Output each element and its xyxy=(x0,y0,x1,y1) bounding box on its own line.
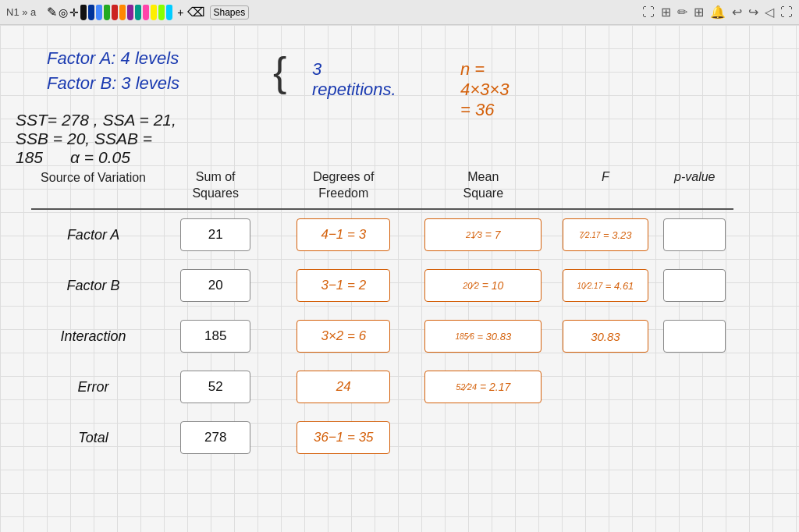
row-interaction-f: 30.83 xyxy=(555,320,655,353)
row-factor-b-label: Factor B xyxy=(31,278,155,294)
row-total: Total 278 36−1 = 35 xyxy=(31,413,733,463)
row-interaction-label: Interaction xyxy=(31,328,155,345)
interaction-mean-box[interactable]: 185⁄6 = 30.83 xyxy=(424,320,542,353)
total-sum-box[interactable]: 278 xyxy=(180,421,250,454)
error-df-box[interactable]: 24 xyxy=(297,371,390,403)
circle-icon[interactable]: ◎ xyxy=(59,6,68,19)
expand-icon[interactable]: ⛶ xyxy=(642,5,655,20)
row-interaction-df: 3×2 = 6 xyxy=(275,320,411,353)
pen-teal[interactable] xyxy=(135,5,141,20)
pen-pink[interactable] xyxy=(143,5,149,20)
header-sum-text: Sum ofSquares xyxy=(192,170,239,200)
fullscreen-icon[interactable]: ⛶ xyxy=(780,5,793,20)
pen-lime[interactable] xyxy=(158,5,165,20)
row-error-label: Error xyxy=(31,379,155,395)
pen-blue[interactable] xyxy=(96,5,102,20)
factor-b-label: Factor B: 3 levels xyxy=(47,73,179,94)
pen-red[interactable] xyxy=(112,5,118,20)
row-factor-b-f: 10⁄2.17 = 4.61 xyxy=(555,269,655,302)
brace-symbol: { xyxy=(273,51,286,92)
error-mean-box[interactable]: 52⁄24 = 2.17 xyxy=(424,371,542,403)
factor-b-pvalue-box[interactable] xyxy=(663,269,726,302)
row-factor-a: Factor A 21 4−1 = 3 21⁄3 = 7 7⁄2.17 = 3.… xyxy=(31,210,733,261)
row-factor-b-mean: 20⁄2 = 10 xyxy=(411,269,555,302)
interaction-sum-box[interactable]: 185 xyxy=(180,320,250,353)
pen-cyan[interactable] xyxy=(166,5,172,20)
toolbar-left: N1 » a xyxy=(6,6,36,18)
factor-a-df-box[interactable]: 4−1 = 3 xyxy=(297,218,390,251)
row-error: Error 52 24 52⁄24 = 2.17 xyxy=(31,362,733,413)
factor-b-sum-box[interactable]: 20 xyxy=(180,269,250,302)
row-interaction: Interaction 185 3×2 = 6 185⁄6 = 30.83 30… xyxy=(31,311,733,362)
row-factor-a-sum: 21 xyxy=(155,218,275,251)
header-mean: MeanSquare xyxy=(411,169,555,202)
header-df: Degrees ofFreedom xyxy=(275,169,411,202)
n-formula: n = 4×3×3 = 36 xyxy=(460,59,509,120)
toolbar: N1 » a ✎ ◎ ✛ + ⌫ Shapes ⛶ ⊞ ✏ ⊞ 🔔 ↩ ↪ ◁ … xyxy=(0,0,799,25)
notebook-label: N1 » a xyxy=(6,6,36,18)
factor-a-f-box[interactable]: 7⁄2.17 = 3.23 xyxy=(563,218,648,251)
row-factor-b-pvalue xyxy=(656,269,733,302)
undo-icon[interactable]: ↩ xyxy=(732,5,742,20)
factor-a-mean-box[interactable]: 21⁄3 = 7 xyxy=(424,218,542,251)
shapes-button[interactable]: Shapes xyxy=(210,5,250,20)
pencil-tool-icon[interactable]: ✏ xyxy=(677,5,687,20)
row-factor-a-df: 4−1 = 3 xyxy=(275,218,411,251)
interaction-f-box[interactable]: 30.83 xyxy=(563,320,648,353)
repetitions-label: 3 repetitions. xyxy=(312,59,396,100)
layout-icon[interactable]: ⊞ xyxy=(661,5,671,20)
total-df-box[interactable]: 36−1 = 35 xyxy=(297,421,390,454)
row-error-mean: 52⁄24 = 2.17 xyxy=(411,371,555,403)
interaction-df-box[interactable]: 3×2 = 6 xyxy=(297,320,390,353)
grid-icon[interactable]: ⊞ xyxy=(694,5,704,20)
factor-b-df-box[interactable]: 3−1 = 2 xyxy=(297,269,390,302)
factor-a-label: Factor A: 4 levels xyxy=(47,48,179,69)
ss-line: SST= 278 , SSA = 21, SSB = 20, SSAB = 18… xyxy=(16,111,179,167)
bell-icon[interactable]: 🔔 xyxy=(710,5,726,20)
pen-orange[interactable] xyxy=(119,5,126,20)
plus-icon[interactable]: ✛ xyxy=(69,6,79,19)
pen-icons: ✎ ◎ ✛ + ⌫ Shapes xyxy=(47,5,249,20)
row-interaction-sum: 185 xyxy=(155,320,275,353)
header-f: F xyxy=(555,169,655,202)
row-error-sum: 52 xyxy=(155,371,275,403)
pen-green[interactable] xyxy=(104,5,110,20)
factor-a-sum-box[interactable]: 21 xyxy=(180,218,250,251)
pen-yellow[interactable] xyxy=(151,5,157,20)
pen-darkblue[interactable] xyxy=(88,5,94,20)
eraser-icon[interactable]: ⌫ xyxy=(187,5,205,20)
anova-table: Source of Variation Sum ofSquares Degree… xyxy=(31,169,733,463)
row-factor-a-mean: 21⁄3 = 7 xyxy=(411,218,555,251)
pen-black[interactable] xyxy=(80,5,87,20)
header-source: Source of Variation xyxy=(31,169,155,202)
factor-b-f-box[interactable]: 10⁄2.17 = 4.61 xyxy=(563,269,648,302)
row-interaction-mean: 185⁄6 = 30.83 xyxy=(411,320,555,353)
row-factor-a-pvalue xyxy=(656,218,733,251)
redo-icon[interactable]: ↪ xyxy=(748,5,758,20)
header-sum: Sum ofSquares xyxy=(155,169,275,202)
header-pvalue-text: p-value xyxy=(674,170,715,183)
row-total-label: Total xyxy=(31,430,155,446)
back-icon[interactable]: ◁ xyxy=(765,5,774,20)
row-total-sum: 278 xyxy=(155,421,275,454)
toolbar-right: ⛶ ⊞ ✏ ⊞ 🔔 ↩ ↪ ◁ ⛶ xyxy=(642,5,793,20)
error-sum-box[interactable]: 52 xyxy=(180,371,250,403)
canvas: Factor A: 4 levels Factor B: 3 levels { … xyxy=(0,25,799,532)
header-pvalue: p-value xyxy=(656,169,733,202)
stylus-icon[interactable]: ✎ xyxy=(47,5,57,20)
row-factor-a-label: Factor A xyxy=(31,227,155,243)
row-factor-b: Factor B 20 3−1 = 2 20⁄2 = 10 10⁄2.17 = … xyxy=(31,261,733,311)
row-interaction-pvalue xyxy=(656,320,733,353)
table-header: Source of Variation Sum ofSquares Degree… xyxy=(31,169,733,210)
row-error-df: 24 xyxy=(275,371,411,403)
header-mean-text: MeanSquare xyxy=(463,170,503,200)
add-pen-icon[interactable]: + xyxy=(177,6,183,19)
row-factor-b-sum: 20 xyxy=(155,269,275,302)
pen-purple[interactable] xyxy=(127,5,133,20)
interaction-pvalue-box[interactable] xyxy=(663,320,726,353)
content-area: Factor A: 4 levels Factor B: 3 levels { … xyxy=(0,25,799,532)
factor-b-mean-box[interactable]: 20⁄2 = 10 xyxy=(424,269,542,302)
row-factor-b-df: 3−1 = 2 xyxy=(275,269,411,302)
factor-a-pvalue-box[interactable] xyxy=(663,218,726,251)
notes-area: Factor A: 4 levels Factor B: 3 levels { … xyxy=(47,48,179,89)
